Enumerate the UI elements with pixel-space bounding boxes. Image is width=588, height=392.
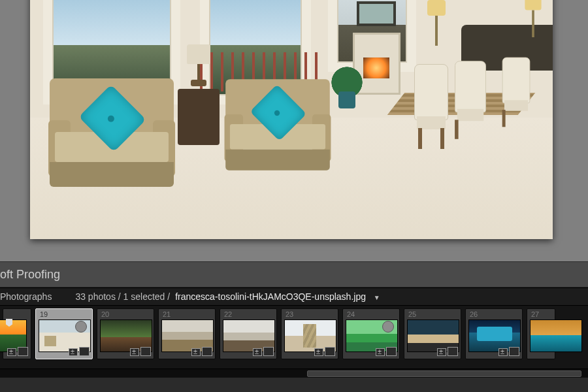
- thumbnail-index: 25: [408, 310, 416, 318]
- develop-adjust-icon: [498, 348, 508, 356]
- stack-icon: [510, 348, 519, 356]
- filmstrip-filename-dropdown[interactable]: francesca-tosolini-tHkJAMcO3QE-unsplash.…: [175, 291, 380, 302]
- filmstrip-scrollbar[interactable]: [0, 368, 588, 378]
- thumbnail[interactable]: 23: [281, 308, 338, 359]
- develop-adjust-icon: [437, 348, 446, 356]
- thumbnail[interactable]: 25: [404, 308, 461, 359]
- filmstrip-header: Photographs 33 photos / 1 selected / fra…: [0, 287, 588, 306]
- thumbnail[interactable]: 21: [158, 308, 216, 359]
- develop-adjust-icon: [69, 348, 78, 356]
- thumbnail-index: 21: [163, 310, 171, 318]
- thumbnail-index: 20: [101, 310, 109, 318]
- develop-adjust-icon: [7, 348, 16, 356]
- stack-icon: [449, 348, 458, 356]
- filmstrip-filename: francesca-tosolini-tHkJAMcO3QE-unsplash.…: [175, 291, 366, 302]
- thumbnail-index: 19: [40, 310, 48, 318]
- thumbnail[interactable]: 22: [220, 308, 277, 359]
- canvas-area[interactable]: [0, 0, 588, 261]
- soft-proofing-label[interactable]: oft Proofing: [0, 268, 60, 282]
- stack-icon: [326, 348, 335, 356]
- filmstrip-folder-name[interactable]: Photographs: [0, 291, 52, 302]
- thumbnail[interactable]: 26: [465, 308, 523, 359]
- stack-icon: [142, 348, 151, 356]
- thumbnail-index: 27: [531, 310, 539, 318]
- thumbnail[interactable]: 24: [342, 308, 400, 359]
- develop-adjust-icon: [314, 348, 323, 356]
- develop-adjust-icon: [253, 348, 262, 356]
- thumbnail-index: 24: [347, 310, 355, 318]
- scrollbar-handle[interactable]: [307, 370, 581, 377]
- toolbar-bottom: oft Proofing: [0, 261, 588, 287]
- thumbnail[interactable]: 20: [97, 308, 154, 359]
- thumbnail[interactable]: 19: [35, 308, 93, 359]
- thumbnail-index: 26: [470, 310, 478, 318]
- thumbnail-index: 22: [224, 310, 232, 318]
- stack-icon: [19, 348, 28, 356]
- develop-adjust-icon: [376, 348, 385, 356]
- stack-icon: [265, 348, 274, 356]
- thumbnail[interactable]: 27: [527, 308, 555, 359]
- stack-icon: [80, 348, 90, 356]
- thumbnail[interactable]: [3, 308, 31, 359]
- main-photo-preview[interactable]: [30, 0, 553, 239]
- quick-collection-icon[interactable]: [75, 321, 87, 333]
- stack-icon: [203, 348, 212, 356]
- filmstrip-thumbs: 19 20 21 22 23: [0, 306, 588, 367]
- thumbnail-image: [530, 319, 582, 352]
- filmstrip: 19 20 21 22 23: [0, 306, 588, 378]
- quick-collection-icon[interactable]: [382, 321, 394, 333]
- filmstrip-count: 33 photos / 1 selected /: [75, 291, 170, 302]
- stack-icon: [387, 348, 397, 356]
- chevron-down-icon: ▼: [374, 294, 380, 301]
- develop-adjust-icon: [191, 348, 201, 356]
- thumbnail-index: 23: [286, 310, 293, 318]
- develop-adjust-icon: [130, 348, 139, 356]
